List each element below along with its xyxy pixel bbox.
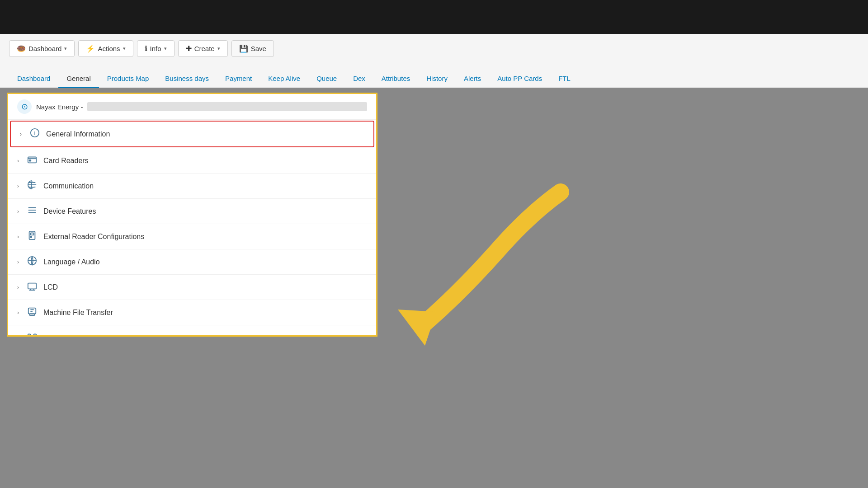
svg-text:i: i xyxy=(34,130,36,136)
actions-button[interactable]: ⚡ Actions ▾ xyxy=(78,40,133,57)
panel-header: ⊙ Nayax Energy - xyxy=(8,94,376,120)
chevron-icon: › xyxy=(20,131,22,137)
top-bar xyxy=(0,0,868,34)
language-audio-icon xyxy=(26,256,38,268)
left-panel: ⊙ Nayax Energy - › i General Information… xyxy=(7,93,377,337)
tab-queue[interactable]: Queue xyxy=(308,70,345,88)
tab-dex[interactable]: Dex xyxy=(345,70,373,88)
svg-rect-10 xyxy=(30,236,32,238)
chevron-icon: › xyxy=(17,183,19,189)
chevron-icon: › xyxy=(17,234,19,240)
svg-marker-25 xyxy=(398,310,436,346)
info-icon: ℹ xyxy=(145,44,147,53)
svg-rect-4 xyxy=(29,160,31,161)
chevron-icon: › xyxy=(17,284,19,291)
menu-item-card-readers[interactable]: › Card Readers xyxy=(8,148,376,174)
tab-auto-pp-cards[interactable]: Auto PP Cards xyxy=(489,70,550,88)
info-button[interactable]: ℹ Info ▾ xyxy=(137,40,175,57)
tab-history[interactable]: History xyxy=(418,70,456,88)
tab-general[interactable]: General xyxy=(58,70,99,88)
save-label: Save xyxy=(251,45,266,52)
create-icon: ✚ xyxy=(186,44,192,53)
actions-icon: ⚡ xyxy=(86,44,95,53)
toolbar: 🍩 Dashboard ▾ ⚡ Actions ▾ ℹ Info ▾ ✚ Cre… xyxy=(0,34,868,63)
save-icon: 💾 xyxy=(239,44,248,53)
svg-line-23 xyxy=(30,335,31,336)
machine-file-transfer-icon xyxy=(26,306,38,319)
card-readers-label: Card Readers xyxy=(43,157,89,165)
main-content: ⊙ Nayax Energy - › i General Information… xyxy=(0,88,868,488)
svg-rect-22 xyxy=(31,336,33,337)
menu-item-mdb[interactable]: › MDB xyxy=(8,325,376,337)
create-button[interactable]: ✚ Create ▾ xyxy=(178,40,228,57)
external-reader-icon xyxy=(26,230,38,243)
card-readers-icon xyxy=(26,155,38,167)
svg-rect-9 xyxy=(30,233,33,235)
tab-ftl[interactable]: FTL xyxy=(550,70,579,88)
tab-products-map[interactable]: Products Map xyxy=(99,70,157,88)
panel-title: Nayax Energy - xyxy=(36,103,83,111)
general-information-icon: i xyxy=(29,128,41,140)
dashboard-label: Dashboard xyxy=(28,45,61,52)
chevron-icon: › xyxy=(17,259,19,265)
actions-chevron: ▾ xyxy=(123,46,126,52)
menu-item-communication[interactable]: › Communication xyxy=(8,174,376,199)
tab-payment[interactable]: Payment xyxy=(217,70,260,88)
chevron-icon: › xyxy=(17,208,19,215)
language-audio-label: Language / Audio xyxy=(43,258,100,266)
menu-item-device-features[interactable]: › Device Features xyxy=(8,199,376,224)
svg-rect-12 xyxy=(28,283,36,289)
menu-item-general-information[interactable]: › i General Information xyxy=(10,121,374,147)
tab-business-days[interactable]: Business days xyxy=(157,70,217,88)
tab-alerts[interactable]: Alerts xyxy=(456,70,489,88)
communication-icon xyxy=(26,180,38,192)
dashboard-button[interactable]: 🍩 Dashboard ▾ xyxy=(9,40,75,57)
tab-attributes[interactable]: Attributes xyxy=(373,70,418,88)
tab-bar: DashboardGeneralProducts MapBusiness day… xyxy=(0,63,868,88)
chevron-icon: › xyxy=(17,310,19,316)
svg-rect-17 xyxy=(30,314,35,316)
general-information-label: General Information xyxy=(46,130,110,138)
device-features-label: Device Features xyxy=(43,207,96,216)
menu-item-language-audio[interactable]: › Language / Audio xyxy=(8,249,376,275)
mdb-icon xyxy=(26,332,38,337)
chevron-icon: › xyxy=(17,335,19,337)
external-reader-label: External Reader Configurations xyxy=(43,233,144,241)
chevron-icon: › xyxy=(17,158,19,164)
create-chevron: ▾ xyxy=(217,46,220,52)
dashboard-icon: 🍩 xyxy=(17,44,26,53)
info-label: Info xyxy=(150,45,161,52)
tab-dashboard[interactable]: Dashboard xyxy=(9,70,58,88)
menu-item-lcd[interactable]: › LCD xyxy=(8,275,376,300)
actions-label: Actions xyxy=(98,45,120,52)
menu-item-external-reader[interactable]: › External Reader Configurations xyxy=(8,224,376,249)
svg-rect-21 xyxy=(34,334,37,337)
lcd-icon xyxy=(26,281,38,293)
tab-keep-alive[interactable]: Keep Alive xyxy=(260,70,308,88)
create-label: Create xyxy=(194,45,215,52)
dashboard-chevron: ▾ xyxy=(64,46,67,52)
menu-list: › i General Information › Card Readers ›… xyxy=(8,121,376,337)
svg-rect-20 xyxy=(28,334,31,337)
arrow-annotation xyxy=(371,178,597,359)
nayax-logo-icon: ⊙ xyxy=(17,99,32,114)
menu-item-machine-file-transfer[interactable]: › Machine File Transfer xyxy=(8,300,376,325)
panel-title-bar xyxy=(87,102,367,111)
device-features-icon xyxy=(26,205,38,217)
mdb-label: MDB xyxy=(43,334,60,337)
svg-line-24 xyxy=(33,335,34,336)
communication-label: Communication xyxy=(43,182,94,190)
info-chevron: ▾ xyxy=(164,46,167,52)
save-button[interactable]: 💾 Save xyxy=(231,40,274,57)
machine-file-transfer-label: Machine File Transfer xyxy=(43,309,113,317)
lcd-label: LCD xyxy=(43,283,58,291)
